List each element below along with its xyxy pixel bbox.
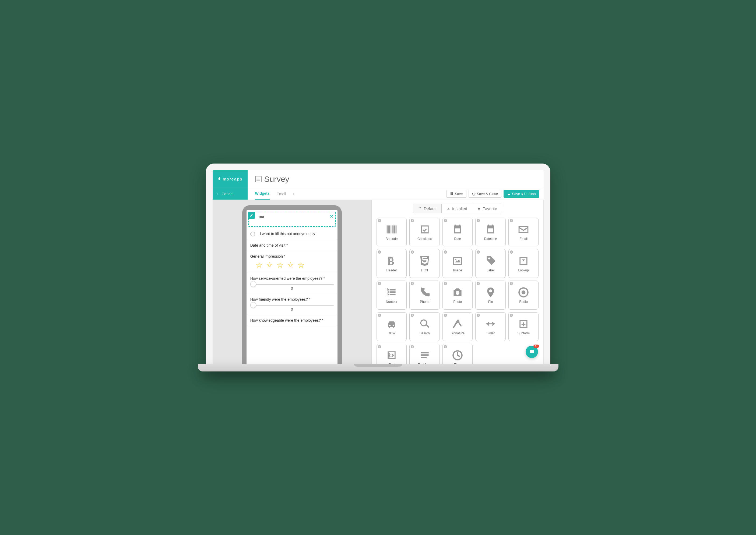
- app-screen: moreapp Survey 🡐 Cancel Widgets Email › …: [213, 170, 544, 364]
- widget-label: Subform: [517, 331, 530, 335]
- download-icon: [447, 206, 450, 211]
- subform-icon: [517, 318, 529, 330]
- info-icon[interactable]: i: [378, 314, 381, 317]
- widget-label: Email: [519, 237, 528, 241]
- info-icon[interactable]: i: [510, 282, 513, 285]
- widget-lookup[interactable]: iLookup: [509, 249, 539, 278]
- widget-datetime[interactable]: iDatetime: [475, 218, 506, 246]
- info-icon[interactable]: i: [444, 345, 447, 348]
- chevron-right-icon[interactable]: ›: [293, 192, 294, 196]
- widget-photo[interactable]: iPhoto: [443, 281, 473, 309]
- cancel-button[interactable]: 🡐 Cancel: [213, 188, 247, 200]
- widget-text[interactable]: iText: [377, 344, 407, 364]
- widget-subform[interactable]: iSubform: [509, 312, 539, 341]
- tab-email[interactable]: Email: [277, 188, 286, 199]
- widget-label: Pin: [488, 300, 493, 304]
- widget-label: Number: [386, 300, 397, 304]
- widget-radio[interactable]: iRadio: [509, 281, 539, 309]
- field-label: me: [259, 214, 333, 219]
- info-icon[interactable]: i: [411, 314, 414, 317]
- info-icon[interactable]: i: [477, 250, 480, 254]
- widget-image[interactable]: iImage: [443, 249, 473, 278]
- save-close-button[interactable]: ⏻ Save & Close: [469, 190, 502, 198]
- info-icon[interactable]: i: [477, 314, 480, 317]
- wtab-default[interactable]: Default: [413, 204, 442, 213]
- star-rating[interactable]: ☆ ☆ ☆ ☆ ☆: [250, 261, 334, 269]
- impression-field[interactable]: General impression * ☆ ☆ ☆ ☆ ☆: [247, 251, 337, 273]
- page-title: Survey: [264, 175, 289, 184]
- info-icon[interactable]: i: [378, 282, 381, 285]
- star-icon[interactable]: ☆: [287, 261, 294, 269]
- tab-widgets[interactable]: Widgets: [255, 188, 270, 200]
- widget-grid: iBarcodeiCheckboxiDateiDatetimeiEmailiBH…: [372, 216, 544, 364]
- signature-icon: [451, 318, 463, 330]
- info-icon[interactable]: i: [411, 250, 414, 254]
- widget-signature[interactable]: iSignature: [443, 312, 473, 341]
- widget-label: Date: [454, 237, 461, 241]
- wtab-installed[interactable]: Installed: [441, 204, 472, 213]
- info-icon[interactable]: i: [378, 250, 381, 254]
- widget-barcode[interactable]: iBarcode: [377, 218, 407, 246]
- widget-text-area[interactable]: iText Area: [409, 344, 440, 364]
- info-icon[interactable]: i: [378, 345, 381, 348]
- info-icon[interactable]: i: [411, 282, 414, 285]
- widget-phone[interactable]: iPhone: [409, 281, 440, 309]
- label-icon: [485, 255, 497, 267]
- widget-label: Html: [421, 268, 428, 272]
- info-icon[interactable]: i: [444, 219, 447, 222]
- star-icon[interactable]: ☆: [277, 261, 283, 269]
- widget-label[interactable]: iLabel: [475, 249, 506, 278]
- info-icon[interactable]: i: [477, 282, 480, 285]
- widget-time[interactable]: iTime: [443, 344, 473, 364]
- text-icon: [386, 350, 397, 361]
- widget-rdw[interactable]: iRDW: [377, 312, 407, 341]
- widget-header[interactable]: iBHeader: [377, 249, 407, 278]
- cloud-up-icon: ☁: [507, 192, 510, 196]
- star-icon[interactable]: ☆: [298, 261, 305, 269]
- selected-form-field[interactable]: × me: [248, 212, 336, 227]
- datetime-field[interactable]: Date and time of visit *: [247, 240, 337, 251]
- info-icon[interactable]: i: [444, 314, 447, 317]
- slider[interactable]: [250, 305, 334, 306]
- widget-number[interactable]: i123Number: [377, 281, 407, 309]
- slider-thumb[interactable]: [250, 281, 256, 287]
- star-icon[interactable]: ☆: [256, 261, 262, 269]
- knowledge-field[interactable]: How knowledgeable were the employees? *: [247, 315, 337, 326]
- info-icon[interactable]: i: [510, 219, 513, 222]
- image-icon: [451, 255, 463, 267]
- widget-checkbox[interactable]: iCheckbox: [409, 218, 440, 246]
- slider-thumb[interactable]: [250, 302, 256, 308]
- info-icon[interactable]: i: [510, 314, 513, 317]
- radio-icon[interactable]: [250, 232, 255, 237]
- widget-email[interactable]: iEmail: [509, 218, 539, 246]
- info-icon[interactable]: i: [444, 282, 447, 285]
- friendly-field[interactable]: How friendly were the employees? * 0: [247, 294, 337, 315]
- star-icon[interactable]: ☆: [266, 261, 273, 269]
- topbar: moreapp Survey: [213, 170, 544, 188]
- anonymous-field[interactable]: I want to fill this out anonymously: [247, 228, 337, 240]
- slider[interactable]: [250, 284, 334, 285]
- widget-html[interactable]: iHtml: [409, 249, 440, 278]
- info-icon[interactable]: i: [477, 219, 480, 222]
- radio-icon: [517, 287, 529, 298]
- pencil-icon[interactable]: [248, 212, 255, 219]
- brand-text: moreapp: [223, 177, 243, 181]
- info-icon[interactable]: i: [411, 219, 414, 222]
- widget-pin[interactable]: iPin: [475, 281, 506, 309]
- service-field[interactable]: How service-oriented were the employees?…: [247, 273, 337, 294]
- widget-date[interactable]: iDate: [443, 218, 473, 246]
- info-icon[interactable]: i: [444, 250, 447, 254]
- save-publish-button[interactable]: ☁ Save & Publish: [504, 190, 539, 198]
- widget-label: Photo: [453, 300, 462, 304]
- close-icon[interactable]: ×: [330, 213, 333, 219]
- save-button[interactable]: 🖫 Save: [447, 190, 466, 198]
- info-icon[interactable]: i: [378, 219, 381, 222]
- widget-label: Header: [386, 268, 397, 272]
- info-icon[interactable]: i: [510, 250, 513, 254]
- info-icon[interactable]: i: [411, 345, 414, 348]
- chat-button[interactable]: 9+: [526, 346, 538, 358]
- widget-slider[interactable]: iSlider: [475, 312, 506, 341]
- wtab-favorite[interactable]: ★ Favorite: [472, 204, 502, 213]
- widget-label: Barcode: [386, 237, 398, 241]
- widget-search[interactable]: iSearch: [409, 312, 440, 341]
